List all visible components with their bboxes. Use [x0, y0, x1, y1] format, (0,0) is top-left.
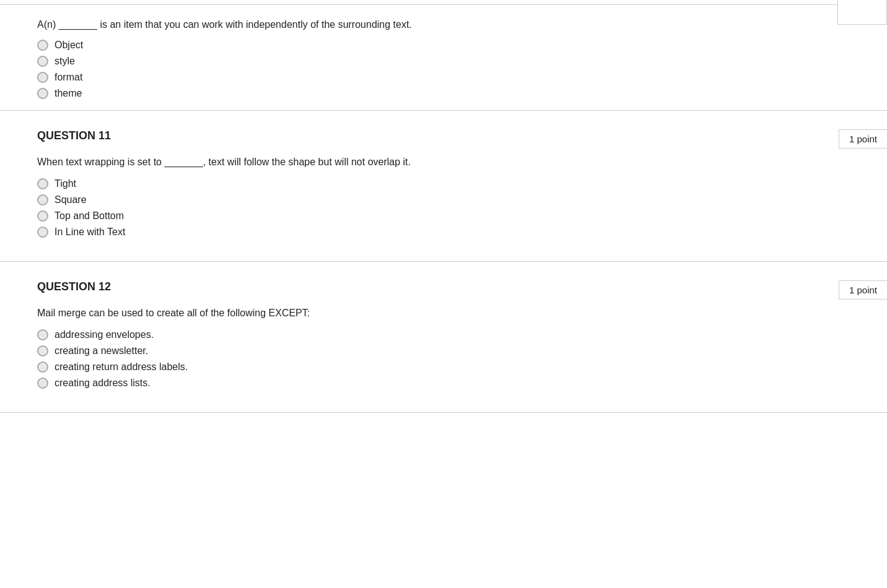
question-10-block: A(n) _______ is an item that you can wor…: [0, 5, 887, 111]
top-border: [0, 0, 887, 5]
radio-option-top-and-bottom[interactable]: [37, 210, 48, 222]
radio-option-object[interactable]: [37, 40, 48, 51]
list-item: creating return address labels.: [37, 361, 850, 373]
radio-option-inline[interactable]: [37, 227, 48, 238]
question-11-text: When text wrapping is set to _______, te…: [37, 155, 850, 170]
option-label: creating address lists.: [55, 378, 151, 389]
question-10-text: A(n) _______ is an item that you can wor…: [37, 17, 850, 32]
list-item: style: [37, 56, 850, 67]
question-12-title: QUESTION 12: [37, 280, 111, 293]
question-11-header: QUESTION 11: [37, 129, 850, 142]
option-label: theme: [55, 88, 82, 99]
option-label: In Line with Text: [55, 227, 125, 238]
question-11-title: QUESTION 11: [37, 129, 111, 142]
question-11-options: Tight Square Top and Bottom In Line with…: [37, 178, 850, 238]
radio-option-square[interactable]: [37, 194, 48, 205]
option-label: format: [55, 72, 82, 83]
option-label: Top and Bottom: [55, 210, 124, 222]
list-item: In Line with Text: [37, 227, 850, 238]
list-item: creating address lists.: [37, 378, 850, 389]
question-11-points: 1 point: [839, 129, 887, 149]
radio-option-envelopes[interactable]: [37, 329, 48, 340]
list-item: Object: [37, 40, 850, 51]
question-12-header: QUESTION 12: [37, 280, 850, 293]
option-label: creating a newsletter.: [55, 345, 148, 357]
option-label: Tight: [55, 178, 76, 189]
question-11-block: QUESTION 11 1 point When text wrapping i…: [0, 111, 887, 262]
list-item: Tight: [37, 178, 850, 189]
radio-option-format[interactable]: [37, 72, 48, 83]
question-12-text: Mail merge can be used to create all of …: [37, 306, 850, 321]
option-label: addressing envelopes.: [55, 329, 154, 340]
radio-option-address-lists[interactable]: [37, 378, 48, 389]
radio-option-theme[interactable]: [37, 88, 48, 99]
radio-option-style[interactable]: [37, 56, 48, 67]
radio-option-newsletter[interactable]: [37, 345, 48, 357]
question-12-points: 1 point: [839, 280, 887, 300]
page-container: A(n) _______ is an item that you can wor…: [0, 0, 887, 588]
list-item: Top and Bottom: [37, 210, 850, 222]
option-label: Square: [55, 194, 87, 205]
option-label: style: [55, 56, 75, 67]
question-10-options: Object style format theme: [37, 40, 850, 99]
radio-option-return-labels[interactable]: [37, 361, 48, 373]
list-item: Square: [37, 194, 850, 205]
option-label: creating return address labels.: [55, 361, 188, 373]
list-item: creating a newsletter.: [37, 345, 850, 357]
list-item: theme: [37, 88, 850, 99]
list-item: addressing envelopes.: [37, 329, 850, 340]
option-label: Object: [55, 40, 83, 51]
radio-option-tight[interactable]: [37, 178, 48, 189]
question-12-block: QUESTION 12 1 point Mail merge can be us…: [0, 262, 887, 413]
list-item: format: [37, 72, 850, 83]
question-12-options: addressing envelopes. creating a newslet…: [37, 329, 850, 389]
